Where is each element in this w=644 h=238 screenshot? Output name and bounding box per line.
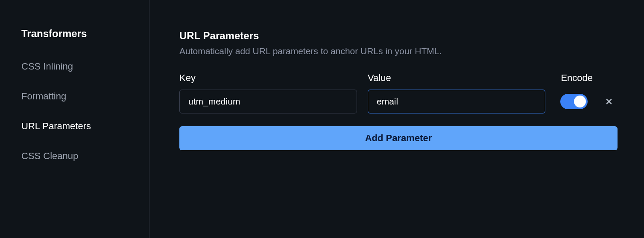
sidebar-item-css-cleanup[interactable]: CSS Cleanup	[21, 151, 128, 162]
sidebar-item-url-parameters[interactable]: URL Parameters	[21, 121, 128, 132]
sidebar-item-css-inlining[interactable]: CSS Inlining	[21, 61, 128, 72]
value-input[interactable]	[368, 90, 545, 113]
section-subtitle: Automatically add URL parameters to anch…	[179, 46, 618, 56]
close-icon	[605, 98, 613, 105]
section-title: URL Parameters	[179, 30, 618, 42]
remove-parameter-button[interactable]	[604, 96, 614, 107]
encode-controls	[560, 94, 618, 109]
sidebar: Transformers CSS Inlining Formatting URL…	[0, 0, 149, 238]
add-parameter-button[interactable]: Add Parameter	[179, 126, 618, 150]
key-input[interactable]	[179, 90, 357, 113]
column-header-value: Value	[368, 73, 554, 84]
main-panel: URL Parameters Automatically add URL par…	[149, 0, 644, 238]
column-header-encode: Encode	[561, 73, 593, 84]
sidebar-item-formatting[interactable]: Formatting	[21, 91, 128, 102]
toggle-knob	[574, 96, 586, 107]
encode-toggle[interactable]	[560, 94, 588, 109]
parameter-row	[179, 90, 618, 113]
column-header-key: Key	[179, 73, 368, 84]
sidebar-title: Transformers	[21, 28, 128, 40]
column-headers: Key Value Encode	[179, 73, 618, 84]
